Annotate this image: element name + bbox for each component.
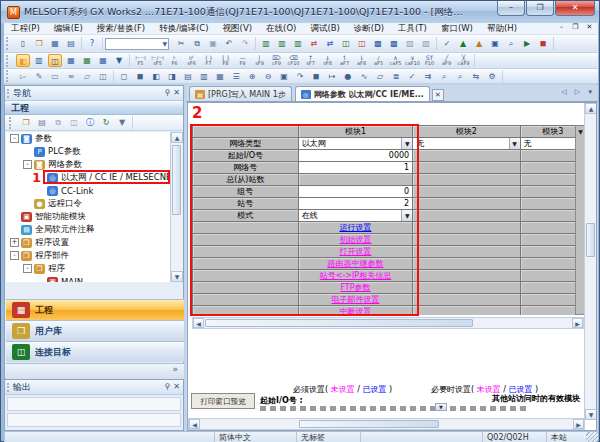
tree-item-[interactable]: -◙参数 bbox=[6, 132, 172, 145]
monitor-write-mode-icon[interactable]: ◨ bbox=[165, 70, 179, 83]
expand-plus-icon[interactable]: + bbox=[10, 238, 19, 247]
program-check-icon[interactable]: ✓ bbox=[440, 37, 454, 50]
help-icon[interactable]: ? bbox=[85, 37, 99, 50]
open-project-icon[interactable]: ❒ bbox=[32, 37, 46, 50]
scroll-thumb[interactable] bbox=[172, 145, 181, 215]
tab-network-parameter[interactable]: ◎网络参数 以太网/CC IE/ME... bbox=[295, 86, 430, 101]
document-horizontal-scrollbar[interactable]: ◀ ▶ bbox=[188, 418, 585, 430]
verify-with-plc-icon[interactable]: ▥ bbox=[291, 37, 305, 50]
rebuild-all-icon[interactable]: ▣ bbox=[488, 37, 502, 50]
statement-edit-icon[interactable]: ≡ bbox=[64, 70, 78, 83]
remote-operation-icon[interactable]: ⇄ bbox=[323, 37, 337, 50]
cut-icon[interactable]: ✂ bbox=[174, 37, 188, 50]
nav-expand-chevron[interactable]: » bbox=[6, 363, 184, 379]
menu-O[interactable]: 在线(O) bbox=[259, 23, 303, 35]
break-icon[interactable]: ● bbox=[341, 70, 355, 83]
data-security-icon[interactable]: ◫ bbox=[67, 116, 81, 129]
read-from-plc-icon[interactable]: ▥ bbox=[275, 37, 289, 50]
close-panel-icon[interactable]: ✕ bbox=[173, 88, 180, 97]
filter-icon[interactable]: ▼ bbox=[115, 116, 129, 129]
device-display-icon[interactable]: ◫ bbox=[96, 70, 110, 83]
menu-V[interactable]: 视图(V) bbox=[216, 23, 259, 35]
menu-B[interactable]: 调试(B) bbox=[303, 23, 346, 35]
mdi-restore-button[interactable]: ❐ bbox=[569, 23, 582, 33]
pin-icon[interactable]: ⚲ bbox=[164, 382, 170, 391]
ladder-delete-line-icon[interactable]: ╳caF9 bbox=[456, 54, 471, 67]
zoom-out-icon[interactable]: ⊖ bbox=[261, 70, 275, 83]
scroll-thumb[interactable] bbox=[586, 223, 595, 257]
pin-icon[interactable]: ⚲ bbox=[164, 88, 170, 97]
element-selection-window-icon[interactable]: ▥ bbox=[32, 54, 46, 67]
dropdown-arrow-icon[interactable]: ▼ bbox=[509, 138, 520, 149]
save-project-icon[interactable]: ▦ bbox=[48, 37, 62, 50]
toolbar-grip[interactable] bbox=[6, 70, 11, 81]
ladder-delete-vline-icon[interactable]: ⌫cF10 bbox=[286, 54, 301, 67]
tree-item-[interactable]: ▤全局软元件注释 bbox=[6, 223, 172, 236]
tree-item-MAIN[interactable]: ▣MAIN bbox=[6, 275, 172, 282]
find-instruction-icon[interactable]: ⌕ bbox=[453, 70, 467, 83]
tree-item-[interactable]: ●远程口令 bbox=[6, 197, 172, 210]
note-edit-icon[interactable]: ▱ bbox=[80, 70, 94, 83]
navigation-window-icon[interactable]: ◧ bbox=[16, 54, 30, 67]
ladder-application-instruction-icon[interactable]: [ ]F8 bbox=[218, 54, 233, 67]
write-to-plc-icon[interactable]: ▥ bbox=[259, 37, 273, 50]
menu-D[interactable]: 诊断(D) bbox=[347, 23, 391, 35]
transfer-setup-icon[interactable]: ⇄ bbox=[307, 37, 321, 50]
find-device-icon[interactable]: ⌕ bbox=[437, 70, 451, 83]
ladder-pulse-result-icon[interactable]: ∧caF5 bbox=[388, 54, 403, 67]
ladder-edit-line-icon[interactable]: ╱aF9 bbox=[439, 54, 454, 67]
undo-icon[interactable]: ↶ bbox=[222, 37, 236, 50]
toolbar-grip[interactable] bbox=[6, 55, 11, 67]
plc-diagnostics-icon[interactable]: ▧ bbox=[419, 37, 433, 50]
zoom-in-icon[interactable]: ⊕ bbox=[245, 70, 259, 83]
minimize-button[interactable]: – bbox=[497, 1, 525, 16]
setting-link-[interactable]: 运行设置 bbox=[339, 223, 371, 232]
ladder-falling-pulse-close-icon[interactable]: ⇂aF8 bbox=[354, 54, 369, 67]
tree-item-[interactable]: +❒程序设置 bbox=[6, 236, 172, 249]
collapse-minus-icon[interactable]: - bbox=[23, 160, 32, 169]
redo-icon[interactable]: ↷ bbox=[238, 37, 252, 50]
grid-cell-module1[interactable]: 2 bbox=[298, 198, 412, 210]
build-icon[interactable]: ▲ bbox=[456, 37, 470, 50]
setting-link-IP[interactable]: 站号<->IP相关信息 bbox=[320, 271, 391, 280]
setting-link-[interactable]: 打开设置 bbox=[339, 247, 371, 256]
options-icon[interactable]: ⚙ bbox=[485, 70, 499, 83]
cross-reference-window-icon[interactable]: ▦ bbox=[64, 54, 78, 67]
grid-cell-module2[interactable] bbox=[413, 198, 520, 210]
ladder-close-branch-icon[interactable]: ⊬sF6 bbox=[184, 54, 199, 67]
trace-icon[interactable]: ∿ bbox=[357, 70, 371, 83]
tab-close-icon[interactable]: ✕ bbox=[432, 89, 444, 101]
sort-icon[interactable]: ▤ bbox=[35, 116, 49, 129]
step-icon[interactable]: ↦ bbox=[325, 70, 339, 83]
mdi-close-button[interactable]: ✕ bbox=[583, 23, 596, 33]
clipped-dropdown-icon[interactable]: ▼ bbox=[435, 403, 447, 411]
display-lines-icon[interactable]: ☰ bbox=[229, 70, 243, 83]
read-mode-icon[interactable]: ◻ bbox=[117, 70, 131, 83]
scroll-up-icon[interactable]: ▲ bbox=[171, 132, 183, 143]
convert-icon[interactable]: ⇉ bbox=[421, 70, 435, 83]
menu-F[interactable]: 搜索/替换(F) bbox=[90, 23, 152, 35]
list-icon[interactable]: ≣ bbox=[389, 70, 403, 83]
stop-icon[interactable]: ◼ bbox=[309, 70, 323, 83]
setting-link-FTP[interactable]: FTP参数 bbox=[340, 283, 370, 292]
online-program-change-icon[interactable]: ▲ bbox=[472, 37, 486, 50]
nav-view-button-工程[interactable]: ▦工程 bbox=[6, 299, 184, 320]
tab-scroll-arrows[interactable]: ◁ ▷ ▾ bbox=[561, 88, 595, 96]
grid-horizontal-scrollbar[interactable]: ◀ ▶ bbox=[192, 317, 584, 329]
menu-E[interactable]: 编辑(E) bbox=[47, 23, 90, 35]
ladder-horizontal-line-icon[interactable]: —F9 bbox=[235, 54, 250, 67]
nav-view-button-连接目标[interactable]: ◫连接目标 bbox=[6, 341, 184, 362]
tree-item-[interactable]: -❒程序 bbox=[6, 262, 172, 275]
print-window-preview-button[interactable]: 打印窗口预览 bbox=[191, 393, 255, 409]
note-display-icon[interactable]: ▦ bbox=[213, 70, 227, 83]
ladder-delete-hline-icon[interactable]: ⌦cF9 bbox=[269, 54, 284, 67]
collapse-minus-icon[interactable]: - bbox=[23, 264, 32, 273]
toolbar-grip[interactable] bbox=[9, 117, 14, 129]
toolbar-combobox[interactable] bbox=[105, 38, 169, 50]
comment-display-icon[interactable]: ▤ bbox=[181, 70, 195, 83]
label-icon[interactable]: ▱ bbox=[373, 70, 387, 83]
tab-program-main[interactable]: ▤[PRG]写入 MAIN 1步 bbox=[189, 86, 292, 101]
collapse-minus-icon[interactable]: - bbox=[10, 134, 19, 143]
close-button[interactable]: ✕ bbox=[555, 1, 595, 16]
ladder-vertical-line-icon[interactable]: 丨sF9 bbox=[252, 54, 267, 67]
